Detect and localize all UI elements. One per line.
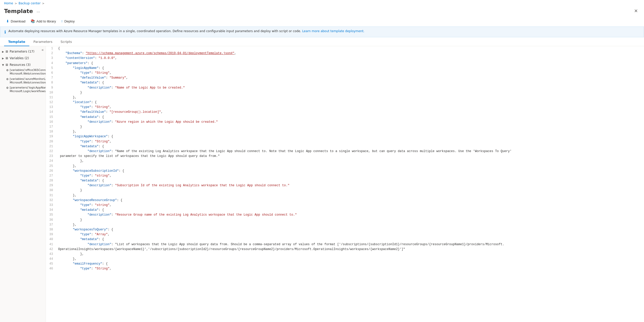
code-line-1: 1{	[46, 46, 644, 51]
tab-scripts[interactable]: Scripts	[57, 37, 76, 46]
line-content-2: "$schema": "https://schema.management.az…	[56, 51, 644, 56]
line-number-39: 39	[46, 232, 56, 237]
line-number-11: 11	[46, 95, 56, 100]
line-content-33: "type": "string",	[56, 203, 644, 208]
deploy-button[interactable]: ↑ Deploy	[59, 18, 76, 24]
line-number-30: 30	[46, 188, 56, 193]
add-to-library-button[interactable]: 📚 Add to library	[29, 18, 58, 24]
line-number-18: 18	[46, 129, 56, 134]
sidebar-item-variables[interactable]: ▶ ⊞ Variables (2)	[0, 55, 46, 61]
line-number-7: 7	[46, 76, 56, 80]
line-content-21: "metadata": {	[56, 144, 644, 149]
line-number-12: 12	[46, 100, 56, 105]
code-line-26: 26 "workspaceSubscriptionId": {	[46, 169, 644, 174]
sidebar-resource-1[interactable]: ⚙ [variables('office365ConnectionNaMicro…	[0, 68, 46, 77]
code-line-17: 17 }	[46, 125, 644, 129]
code-line-27: 27 "type": "string",	[46, 174, 644, 178]
resources-icon: ⊞	[6, 63, 8, 67]
info-link[interactable]: Learn more about template deployment.	[302, 29, 364, 33]
line-content-17: }	[56, 125, 644, 129]
sidebar-section-variables: ▶ ⊞ Variables (2)	[0, 55, 46, 61]
line-content-4: "parameters": {	[56, 61, 644, 66]
line-content-45: "emailFrequency": {	[56, 262, 644, 266]
variables-icon: ⊞	[6, 56, 8, 60]
download-icon: ⬇	[6, 19, 9, 23]
line-number-41: 41	[46, 242, 56, 247]
sidebar-resource-2[interactable]: ⚙ [variables('azureMonitorLogsConnMicros…	[0, 77, 46, 85]
deploy-label: Deploy	[64, 19, 74, 23]
resource1-icon: ⚙	[6, 69, 9, 72]
line-number-31: 31	[46, 193, 56, 198]
line-content-10: }	[56, 90, 644, 95]
line-number-37: 37	[46, 222, 56, 227]
add-to-library-label: Add to library	[36, 19, 56, 23]
line-content-7: "defaultValue": "Summary",	[56, 76, 644, 80]
sidebar-item-resources[interactable]: ▼ ⊞ Resources (3)	[0, 62, 46, 68]
code-line-19: 19 "logicAppWorkspace": {	[46, 134, 644, 139]
line-content-25: },	[56, 164, 644, 169]
line-content-23: parameter to specify the list of workspa…	[56, 154, 644, 159]
line-number-8: 8	[46, 80, 56, 85]
sidebar-resource-3[interactable]: ⚙ [parameters('logicAppName')]Microsoft.…	[0, 85, 46, 94]
code-line-8: 8 "metadata": {	[46, 80, 644, 85]
info-icon: ℹ	[4, 30, 6, 34]
line-content-27: "type": "string",	[56, 174, 644, 178]
line-number-19: 19	[46, 134, 56, 139]
line-content-34: "metadata": {	[56, 208, 644, 213]
line-content-13: "type": "String",	[56, 105, 644, 110]
line-content-40: "metadata": {	[56, 237, 644, 242]
tab-template[interactable]: Template	[4, 37, 29, 46]
line-content-36: }	[56, 218, 644, 222]
line-content-41: "description": "List of workspaces that …	[56, 242, 644, 247]
line-content-15: "metadata": {	[56, 115, 644, 120]
sidebar-item-parameters[interactable]: ▶ ⊞ Parameters (17)	[0, 49, 46, 54]
line-content-43: },	[56, 252, 644, 257]
info-banner: ℹ Automate deploying resources with Azur…	[0, 27, 644, 37]
code-line-6: 6 "type": "String",	[46, 71, 644, 76]
line-number-45: 45	[46, 262, 56, 266]
line-content-38: "workspacesToQuery": {	[56, 227, 644, 232]
code-line-20: 20 "type": "String",	[46, 139, 644, 144]
line-number-4: 4	[46, 61, 56, 66]
resource1-label: [variables('office365ConnectionNaMicroso…	[10, 68, 46, 76]
line-number-32: 32	[46, 198, 56, 203]
main-content: « ▶ ⊞ Parameters (17) ▶ ⊞ Variables (2) …	[0, 46, 644, 322]
code-line-4: 4 "parameters": {	[46, 61, 644, 66]
code-line-43: 43 },	[46, 252, 644, 257]
code-line-14: 14 "defaultValue": "[resourceGroup().loc…	[46, 110, 644, 115]
code-line-11: 11 },	[46, 95, 644, 100]
code-area[interactable]: 1{2 "$schema": "https://schema.managemen…	[46, 46, 644, 322]
sidebar-collapse-button[interactable]: «	[41, 47, 45, 52]
breadcrumb-sep1: >	[15, 2, 17, 5]
code-line-21: 21 "metadata": {	[46, 144, 644, 149]
code-line-10: 10 }	[46, 90, 644, 95]
parameters-icon: ⊞	[6, 50, 8, 53]
line-content-35: "description": "Resource Group name of t…	[56, 213, 644, 217]
code-line-30: 30 }	[46, 188, 644, 193]
breadcrumb-backup-center[interactable]: Backup center	[19, 2, 41, 5]
line-number-33: 33	[46, 203, 56, 208]
info-text: Automate deploying resources with Azure …	[8, 29, 364, 33]
ellipsis-button[interactable]: ...	[35, 8, 42, 14]
resource2-label: [variables('azureMonitorLogsConnMicrosof…	[10, 77, 46, 85]
code-line-40: 40 "metadata": {	[46, 237, 644, 242]
breadcrumb-home[interactable]: Home	[4, 2, 13, 5]
line-number-9: 9	[46, 85, 56, 90]
resource3-label: [parameters('logicAppName')]Microsoft.Lo…	[10, 86, 46, 93]
download-button[interactable]: ⬇ Download	[4, 18, 28, 24]
code-line-36: 36 }	[46, 218, 644, 222]
line-number-20: 20	[46, 139, 56, 144]
line-number-2: 2	[46, 51, 56, 56]
code-line-37: 37 },	[46, 222, 644, 227]
code-line-46: 46 "type": "String",	[46, 266, 644, 271]
line-content-1: {	[56, 46, 644, 51]
variables-label: Variables (2)	[10, 56, 29, 60]
code-line-35: 35 "description": "Resource Group name o…	[46, 213, 644, 217]
deploy-icon: ↑	[61, 19, 63, 23]
page-header: Template ... ✕	[0, 6, 644, 17]
tab-parameters[interactable]: Parameters	[29, 37, 56, 46]
code-line-3: 3 "contentVersion": "1.0.0.0",	[46, 56, 644, 61]
code-line-24: 24 },	[46, 159, 644, 164]
breadcrumb: Home > Backup center >	[0, 0, 644, 6]
close-button[interactable]: ✕	[632, 7, 640, 15]
